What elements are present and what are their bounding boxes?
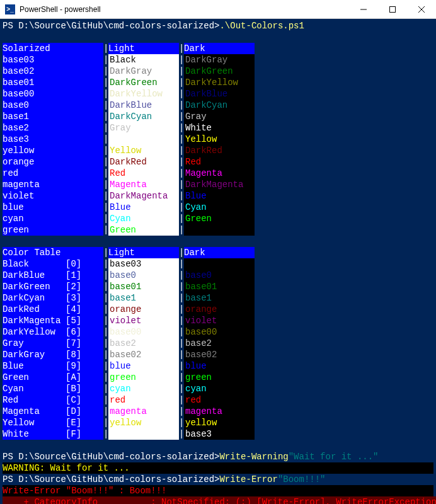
light-cell: Yellow <box>108 145 179 156</box>
dark-cell: DarkGreen <box>184 66 255 77</box>
table-row: cyan |Cyan |Green <box>3 213 433 224</box>
light-cell <box>108 428 179 440</box>
table-row: Yellow[E] |yellow |yellow <box>3 417 433 428</box>
dark-cell: base2 <box>184 338 255 349</box>
table-row: red |Red |Magenta <box>3 168 433 179</box>
light-cell: Black <box>108 54 179 66</box>
table-row: DarkGray[8] |base02 |base02 <box>3 349 433 360</box>
table-row: base1 |DarkCyan |Gray <box>3 111 433 122</box>
dark-cell: base00 <box>184 326 255 338</box>
light-cell: Green <box>108 224 179 236</box>
dark-cell: blue <box>184 360 255 372</box>
prompt-line: PS D:\Source\GitHub\cmd-colors-solarized… <box>3 451 433 462</box>
light-cell: red <box>108 394 179 406</box>
table-row: DarkBlue[1] |base0 |base0 <box>3 270 433 281</box>
table-row: White[F] | |base3 <box>3 428 433 440</box>
table-header: Solarized <box>3 43 103 54</box>
svg-rect-1 <box>390 6 396 12</box>
command-arg: "Wait for it ..." <box>289 451 379 462</box>
close-button[interactable] <box>407 0 436 19</box>
dark-cell: violet <box>184 315 255 326</box>
table-row: Green[A] |green |green <box>3 372 433 383</box>
light-cell: base2 <box>108 338 179 349</box>
table-row: yellow |Yellow |DarkRed <box>3 145 433 156</box>
titlebar: >_ PowerShell - powershell <box>0 0 436 19</box>
warning-output: WARNING: Wait for it ... <box>3 462 433 474</box>
dark-cell: Green <box>184 213 255 224</box>
table-row: violet |DarkMagenta |Blue <box>3 190 433 202</box>
minimize-button[interactable] <box>349 0 378 19</box>
light-cell: orange <box>108 304 179 315</box>
table-row: DarkMagenta[5] |violet |violet <box>3 315 433 326</box>
dark-cell: Cyan <box>184 202 255 213</box>
dark-cell: base0 <box>184 270 255 281</box>
dark-cell: DarkYellow <box>184 77 255 88</box>
prompt-line: PS D:\Source\GitHub\cmd-colors-solarized… <box>3 474 433 485</box>
table-row: Blue[9] |blue |blue <box>3 360 433 372</box>
table-header: Light <box>108 247 179 258</box>
table-row: DarkGreen[2] |base01 |base01 <box>3 281 433 292</box>
table-row: DarkCyan[3] |base1 |base1 <box>3 292 433 304</box>
dark-cell: Magenta <box>184 168 255 179</box>
light-cell: base02 <box>108 349 179 360</box>
dark-cell: green <box>184 372 255 383</box>
table-header: Dark <box>184 247 255 258</box>
light-cell: Gray <box>108 122 179 134</box>
dark-cell: yellow <box>184 417 255 428</box>
dark-cell <box>184 224 255 236</box>
dark-cell: Blue <box>184 190 255 202</box>
light-cell: Cyan <box>108 213 179 224</box>
separator: | <box>103 247 108 258</box>
dark-cell: base1 <box>184 292 255 304</box>
light-cell: DarkMagenta <box>108 190 179 202</box>
separator: | <box>179 43 184 54</box>
command-text: .\Out-Colors.ps1 <box>219 20 304 32</box>
light-cell: blue <box>108 360 179 372</box>
light-cell: base0 <box>108 270 179 281</box>
maximize-button[interactable] <box>378 0 407 19</box>
light-cell: DarkGray <box>108 66 179 77</box>
dark-cell: orange <box>184 304 255 315</box>
table-row: base00 |DarkYellow |DarkBlue <box>3 88 433 100</box>
dark-cell: DarkMagenta <box>184 179 255 190</box>
light-cell: yellow <box>108 417 179 428</box>
table-header: Dark <box>184 43 255 54</box>
dark-cell: White <box>184 122 255 134</box>
table-row: base2 |Gray |White <box>3 122 433 134</box>
prompt-path: PS D:\Source\GitHub\cmd-colors-solarized… <box>3 20 219 32</box>
light-cell: Red <box>108 168 179 179</box>
table-row: base03 |Black |DarkGray <box>3 54 433 66</box>
light-cell: magenta <box>108 406 179 417</box>
dark-cell: magenta <box>184 406 255 417</box>
color-table: Color Table |Light |Dark Black[0] |base0… <box>3 247 433 440</box>
table-row: Cyan[B] |cyan |cyan <box>3 383 433 394</box>
table-row: green |Green | <box>3 224 433 236</box>
dark-cell: DarkCyan <box>184 100 255 111</box>
error-output: + CategoryInfo : NotSpecified: (:) [Writ… <box>3 496 433 504</box>
table-row: base0 |DarkBlue |DarkCyan <box>3 100 433 111</box>
table-header: Light <box>108 43 179 54</box>
dark-cell: Red <box>184 156 255 168</box>
dark-cell: DarkGray <box>184 54 255 66</box>
light-cell: Blue <box>108 202 179 213</box>
powershell-icon: >_ <box>5 4 15 14</box>
command-arg: "Boom!!!" <box>278 474 326 485</box>
light-cell: green <box>108 372 179 383</box>
table-row: Magenta[D] |magenta |magenta <box>3 406 433 417</box>
light-cell: DarkRed <box>108 156 179 168</box>
command-text: Write-Error <box>219 474 277 485</box>
table-row: base3 | |Yellow <box>3 134 433 145</box>
dark-cell <box>184 258 255 270</box>
dark-cell: base3 <box>184 428 255 440</box>
table-row: base02 |DarkGray |DarkGreen <box>3 66 433 77</box>
window-title: PowerShell - powershell <box>20 4 349 15</box>
solarized-table: Solarized |Light |Dark base03 |Black |Da… <box>3 43 433 236</box>
light-cell: DarkCyan <box>108 111 179 122</box>
light-cell: Magenta <box>108 179 179 190</box>
dark-cell: base02 <box>184 349 255 360</box>
table-row: Black[0] |base03 | <box>3 258 433 270</box>
dark-cell: Yellow <box>184 134 255 145</box>
light-cell: base1 <box>108 292 179 304</box>
light-cell: DarkGreen <box>108 77 179 88</box>
terminal[interactable]: PS D:\Source\GitHub\cmd-colors-solarized… <box>0 19 436 504</box>
